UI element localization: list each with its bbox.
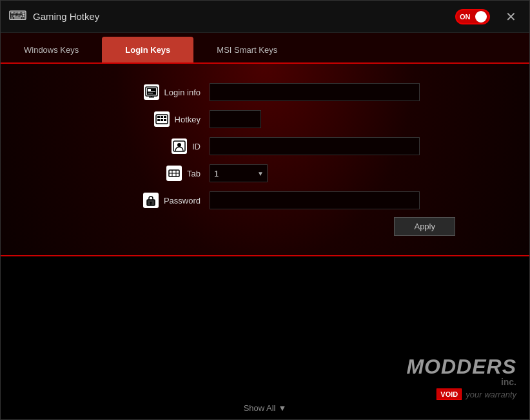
toggle-label: ON [460, 13, 471, 21]
warranty-label: your warranty [466, 390, 516, 399]
hotkey-input[interactable] [210, 110, 261, 128]
hotkey-icon [154, 111, 170, 127]
password-row: Password [110, 191, 420, 209]
hotkey-label: Hotkey [175, 115, 201, 124]
svg-point-21 [150, 202, 152, 204]
password-label: Password [164, 196, 201, 205]
svg-rect-3 [148, 91, 155, 92]
show-all-arrow-icon: ▼ [279, 403, 287, 413]
svg-rect-10 [164, 116, 166, 118]
tab-select-wrapper: 1 2 3 4 5 [210, 164, 268, 182]
id-label-group: ID [110, 138, 201, 154]
login-info-input[interactable] [210, 83, 420, 101]
watermark-inc: inc. [406, 377, 516, 387]
void-badge: VOID [437, 388, 462, 400]
watermark: MODDERS inc. VOID your warranty [406, 356, 516, 400]
svg-rect-8 [157, 116, 160, 118]
svg-rect-11 [157, 119, 160, 121]
watermark-void: VOID your warranty [406, 388, 516, 400]
login-info-row: Login info [110, 83, 420, 101]
apply-row: Apply [30, 209, 500, 236]
id-input[interactable] [210, 137, 420, 155]
tab-label-group: Tab [110, 166, 201, 181]
login-info-label-group: Login info [110, 84, 201, 100]
login-info-field [210, 83, 420, 101]
hotkey-row: Hotkey [110, 110, 420, 128]
svg-rect-9 [161, 116, 163, 118]
tab-select[interactable]: 1 2 3 4 5 [210, 164, 268, 182]
watermark-modders: MODDERS [406, 356, 516, 377]
show-all-button[interactable]: Show All ▼ [244, 403, 287, 413]
login-info-icon [144, 84, 159, 100]
svg-rect-4 [148, 93, 153, 93]
password-label-group: Password [110, 193, 201, 208]
hotkey-label-group: Hotkey [110, 111, 201, 127]
tab-label: Tab [187, 169, 201, 178]
hotkey-field [210, 110, 420, 128]
toggle-knob [475, 11, 487, 23]
password-icon [143, 193, 159, 208]
svg-rect-12 [161, 119, 163, 121]
power-toggle[interactable]: ON [455, 9, 490, 24]
login-info-label: Login info [164, 88, 201, 97]
form-container: Login info [1, 83, 529, 209]
close-button[interactable]: ✕ [500, 8, 522, 26]
app-title: Gaming Hotkey [33, 11, 455, 22]
tab-bar: Windows Keys Login Keys MSI Smart Keys [1, 33, 529, 64]
apply-button[interactable]: Apply [394, 217, 455, 236]
app-window: ⌨ Gaming Hotkey ON ✕ Windows Keys Login … [0, 0, 530, 420]
title-bar: ⌨ Gaming Hotkey ON ✕ [1, 1, 529, 33]
app-icon: ⌨ [8, 8, 26, 26]
svg-rect-6 [149, 97, 154, 98]
lower-section: Show All ▼ MODDERS inc. VOID your warran… [1, 256, 529, 419]
tab-windows-keys[interactable]: Windows Keys [1, 37, 102, 62]
tab-icon [166, 166, 182, 181]
id-icon [172, 138, 187, 154]
svg-rect-2 [148, 89, 151, 91]
tab-login-keys[interactable]: Login Keys [102, 37, 193, 62]
upper-section: Login info [1, 64, 529, 256]
id-label: ID [192, 142, 201, 151]
svg-rect-13 [164, 119, 166, 121]
tab-msi-smart-keys[interactable]: MSI Smart Keys [193, 37, 300, 62]
id-field [210, 137, 420, 155]
toggle-track[interactable]: ON [455, 9, 490, 24]
id-row: ID [110, 137, 420, 155]
tab-row: Tab 1 2 3 4 5 [110, 164, 420, 182]
show-all-label: Show All [244, 403, 276, 413]
content-area: Login info [1, 64, 529, 419]
svg-point-15 [177, 143, 181, 147]
password-input[interactable] [210, 191, 420, 209]
tab-field: 1 2 3 4 5 [210, 164, 420, 182]
password-field [210, 191, 420, 209]
